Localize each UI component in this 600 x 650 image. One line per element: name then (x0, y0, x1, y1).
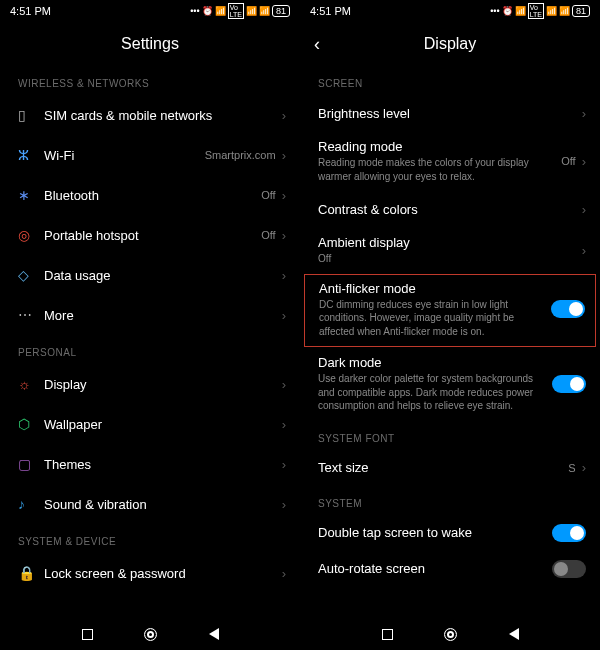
back-button[interactable] (509, 628, 519, 640)
chevron-right-icon: › (582, 106, 586, 121)
row-bluetooth[interactable]: ∗ Bluetooth Off › (0, 175, 300, 215)
header: ‹ Display (300, 22, 600, 66)
chevron-right-icon: › (282, 268, 286, 283)
status-bar: 4:51 PM ••• ⏰ 📶 VoLTE 📶 📶 81 (300, 0, 600, 22)
signal-icon: 📶 (546, 6, 557, 16)
status-bar: 4:51 PM ••• ⏰ 📶 VoLTE 📶 📶 81 (0, 0, 300, 22)
recents-button[interactable] (382, 629, 393, 640)
more-icon: ⋯ (18, 307, 44, 323)
row-sound[interactable]: ♪ Sound & vibration › (0, 484, 300, 524)
page-title: Settings (34, 35, 266, 53)
section-personal: PERSONAL (0, 335, 300, 364)
dark-toggle[interactable] (552, 375, 586, 393)
battery-icon: 81 (272, 5, 290, 17)
row-antiflicker[interactable]: Anti-flicker mode DC dimming reduces eye… (304, 274, 596, 348)
chevron-right-icon: › (282, 228, 286, 243)
section-system: SYSTEM & DEVICE (0, 524, 300, 553)
row-display[interactable]: ☼ Display › (0, 364, 300, 404)
section-wireless: WIRELESS & NETWORKS (0, 66, 300, 95)
row-sim[interactable]: ▯ SIM cards & mobile networks › (0, 95, 300, 135)
row-contrast[interactable]: Contrast & colors › (300, 191, 600, 227)
chevron-right-icon: › (582, 202, 586, 217)
row-wifi[interactable]: ⵣ Wi-Fi Smartprix.com › (0, 135, 300, 175)
row-data[interactable]: ◇ Data usage › (0, 255, 300, 295)
row-doubletap[interactable]: Double tap screen to wake (300, 515, 600, 551)
page-title: Display (334, 35, 566, 53)
chevron-right-icon: › (582, 154, 586, 169)
alarm-icon: ⏰ (202, 6, 213, 16)
row-hotspot[interactable]: ◎ Portable hotspot Off › (0, 215, 300, 255)
wifi-icon: 📶 (559, 6, 570, 16)
status-time: 4:51 PM (10, 5, 51, 17)
bluetooth-icon: ∗ (18, 187, 44, 203)
themes-icon: ▢ (18, 456, 44, 472)
back-button[interactable] (209, 628, 219, 640)
home-button[interactable] (144, 628, 157, 641)
screen-display: 4:51 PM ••• ⏰ 📶 VoLTE 📶 📶 81 ‹ Display S… (300, 0, 600, 650)
chevron-right-icon: › (282, 457, 286, 472)
chevron-right-icon: › (582, 243, 586, 258)
autorotate-toggle[interactable] (552, 560, 586, 578)
nav-bar (0, 618, 300, 650)
header: Settings (0, 22, 300, 66)
section-screen: SCREEN (300, 66, 600, 95)
row-lock[interactable]: 🔒 Lock screen & password › (0, 553, 300, 593)
chevron-right-icon: › (582, 460, 586, 475)
sim-icon: ▯ (18, 107, 44, 123)
chevron-right-icon: › (282, 566, 286, 581)
antiflicker-toggle[interactable] (551, 300, 585, 318)
home-button[interactable] (444, 628, 457, 641)
row-themes[interactable]: ▢ Themes › (0, 444, 300, 484)
row-reading[interactable]: Reading mode Reading mode makes the colo… (300, 131, 600, 191)
screen-settings: 4:51 PM ••• ⏰ 📶 VoLTE 📶 📶 81 Settings WI… (0, 0, 300, 650)
data-icon: ◇ (18, 267, 44, 283)
alarm-icon: ⏰ (502, 6, 513, 16)
chevron-right-icon: › (282, 188, 286, 203)
row-ambient[interactable]: Ambient display Off › (300, 227, 600, 274)
wifi-icon: ⵣ (18, 147, 44, 163)
row-textsize[interactable]: Text size S › (300, 450, 600, 486)
display-list[interactable]: SCREEN Brightness level › Reading mode R… (300, 66, 600, 618)
display-icon: ☼ (18, 376, 44, 392)
status-time: 4:51 PM (310, 5, 351, 17)
back-button[interactable]: ‹ (314, 34, 334, 55)
row-wallpaper[interactable]: ⬡ Wallpaper › (0, 404, 300, 444)
section-system: SYSTEM (300, 486, 600, 515)
chevron-right-icon: › (282, 308, 286, 323)
chevron-right-icon: › (282, 108, 286, 123)
battery-icon: 81 (572, 5, 590, 17)
sound-icon: ♪ (18, 496, 44, 512)
signal-icon: 📶 (515, 6, 526, 16)
row-dark[interactable]: Dark mode Use darker color palette for s… (300, 347, 600, 421)
hotspot-icon: ◎ (18, 227, 44, 243)
section-font: SYSTEM FONT (300, 421, 600, 450)
wallpaper-icon: ⬡ (18, 416, 44, 432)
wifi-icon: 📶 (259, 6, 270, 16)
chevron-right-icon: › (282, 377, 286, 392)
more-icon: ••• (190, 6, 199, 16)
row-brightness[interactable]: Brightness level › (300, 95, 600, 131)
signal-icon: 📶 (246, 6, 257, 16)
volte-icon: VoLTE (528, 3, 544, 19)
chevron-right-icon: › (282, 417, 286, 432)
status-icons: ••• ⏰ 📶 VoLTE 📶 📶 81 (490, 3, 590, 19)
row-more[interactable]: ⋯ More › (0, 295, 300, 335)
nav-bar (300, 618, 600, 650)
recents-button[interactable] (82, 629, 93, 640)
more-icon: ••• (490, 6, 499, 16)
lock-icon: 🔒 (18, 565, 44, 581)
row-autorotate[interactable]: Auto-rotate screen (300, 551, 600, 587)
chevron-right-icon: › (282, 497, 286, 512)
doubletap-toggle[interactable] (552, 524, 586, 542)
chevron-right-icon: › (282, 148, 286, 163)
signal-icon: 📶 (215, 6, 226, 16)
settings-list[interactable]: WIRELESS & NETWORKS ▯ SIM cards & mobile… (0, 66, 300, 618)
volte-icon: VoLTE (228, 3, 244, 19)
status-icons: ••• ⏰ 📶 VoLTE 📶 📶 81 (190, 3, 290, 19)
